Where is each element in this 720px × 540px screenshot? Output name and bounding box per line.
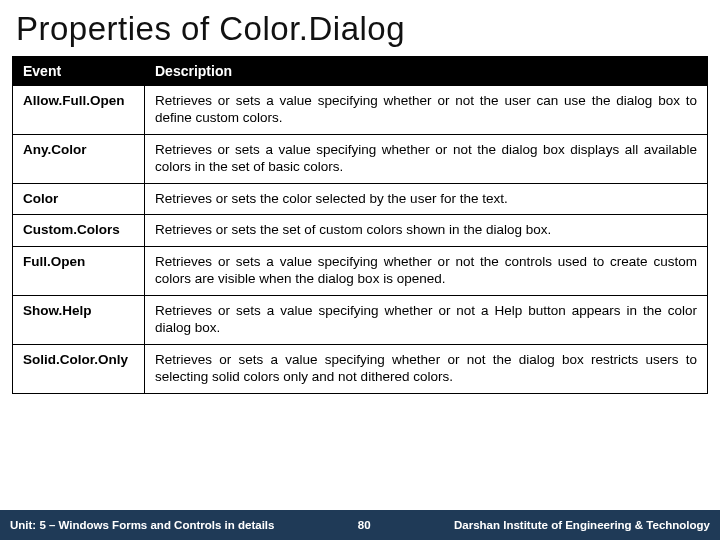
slide-footer: Unit: 5 – Windows Forms and Controls in …	[0, 510, 720, 540]
table-row: Full.Open Retrieves or sets a value spec…	[13, 247, 708, 296]
cell-event: Solid.Color.Only	[13, 344, 145, 393]
footer-institute: Darshan Institute of Engineering & Techn…	[454, 519, 720, 531]
table-row: Allow.Full.Open Retrieves or sets a valu…	[13, 86, 708, 135]
cell-event: Show.Help	[13, 296, 145, 345]
cell-description: Retrieves or sets a value specifying whe…	[145, 296, 708, 345]
table-header-row: Event Description	[13, 57, 708, 86]
table-row: Any.Color Retrieves or sets a value spec…	[13, 134, 708, 183]
cell-description: Retrieves or sets a value specifying whe…	[145, 134, 708, 183]
properties-table: Event Description Allow.Full.Open Retrie…	[12, 56, 708, 394]
footer-unit: Unit: 5 – Windows Forms and Controls in …	[0, 519, 274, 531]
header-description: Description	[145, 57, 708, 86]
cell-description: Retrieves or sets a value specifying whe…	[145, 86, 708, 135]
cell-description: Retrieves or sets the set of custom colo…	[145, 215, 708, 247]
table-row: Custom.Colors Retrieves or sets the set …	[13, 215, 708, 247]
cell-event: Any.Color	[13, 134, 145, 183]
cell-event: Custom.Colors	[13, 215, 145, 247]
header-event: Event	[13, 57, 145, 86]
page-title: Properties of Color.Dialog	[0, 0, 720, 56]
cell-description: Retrieves or sets a value specifying whe…	[145, 344, 708, 393]
table-row: Solid.Color.Only Retrieves or sets a val…	[13, 344, 708, 393]
cell-description: Retrieves or sets a value specifying whe…	[145, 247, 708, 296]
footer-page-number: 80	[334, 519, 394, 531]
cell-description: Retrieves or sets the color selected by …	[145, 183, 708, 215]
slide: Properties of Color.Dialog Event Descrip…	[0, 0, 720, 540]
cell-event: Color	[13, 183, 145, 215]
cell-event: Full.Open	[13, 247, 145, 296]
table-row: Show.Help Retrieves or sets a value spec…	[13, 296, 708, 345]
table-row: Color Retrieves or sets the color select…	[13, 183, 708, 215]
properties-table-wrap: Event Description Allow.Full.Open Retrie…	[0, 56, 720, 540]
cell-event: Allow.Full.Open	[13, 86, 145, 135]
